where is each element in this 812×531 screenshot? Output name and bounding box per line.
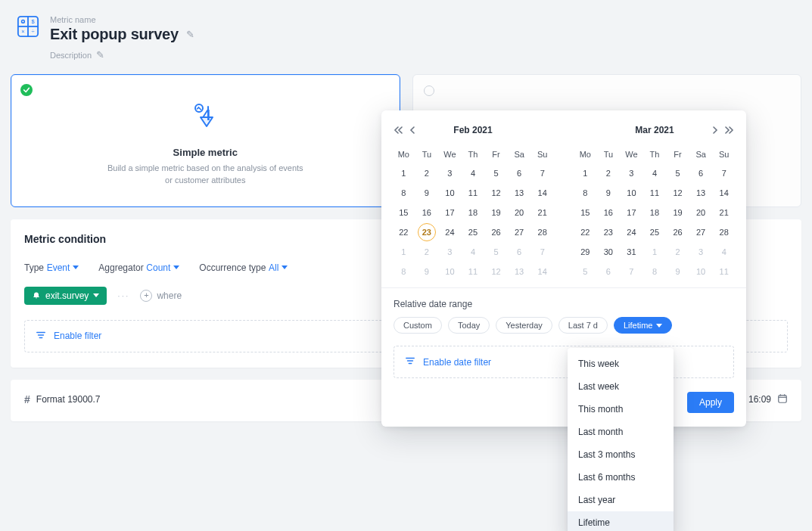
day-cell[interactable]: 2 [599, 164, 618, 182]
day-cell[interactable]: 8 [394, 184, 412, 202]
day-cell[interactable]: 26 [487, 223, 506, 241]
prev-month-button[interactable] [407, 124, 418, 136]
day-cell[interactable]: 11 [464, 184, 482, 202]
apply-button[interactable]: Apply [687, 392, 734, 413]
day-cell[interactable]: 9 [599, 184, 618, 202]
day-cell[interactable]: 14 [534, 184, 552, 202]
day-cell[interactable]: 10 [440, 184, 459, 202]
day-cell[interactable]: 23 [599, 223, 618, 241]
day-cell[interactable]: 11 [646, 184, 664, 202]
day-cell[interactable]: 19 [669, 203, 687, 222]
occurrence-select[interactable]: All [269, 262, 288, 273]
day-cell[interactable]: 21 [534, 203, 552, 222]
day-cell[interactable]: 13 [510, 184, 528, 202]
day-cell[interactable]: 14 [715, 184, 733, 202]
day-cell[interactable]: 15 [394, 203, 412, 222]
day-cell[interactable]: 7 [715, 164, 733, 182]
range-chip-last-7-d[interactable]: Last 7 d [558, 317, 608, 334]
add-where-button[interactable]: + where [140, 290, 182, 302]
day-cell[interactable]: 9 [669, 262, 687, 281]
dropdown-item-last-week[interactable]: Last week [568, 375, 674, 398]
day-cell[interactable]: 22 [576, 223, 594, 241]
day-cell[interactable]: 1 [576, 164, 594, 182]
radio-unchecked-icon[interactable] [424, 85, 434, 96]
day-cell[interactable]: 2 [669, 243, 687, 261]
day-cell[interactable]: 11 [464, 262, 482, 281]
day-cell[interactable]: 10 [692, 262, 710, 281]
day-cell[interactable]: 22 [394, 223, 412, 241]
day-cell[interactable]: 13 [692, 184, 710, 202]
dropdown-item-this-month[interactable]: This month [568, 398, 674, 421]
day-cell[interactable]: 14 [534, 262, 552, 281]
day-cell[interactable]: 12 [487, 184, 506, 202]
day-cell[interactable]: 21 [715, 203, 733, 222]
day-cell[interactable]: 2 [418, 164, 436, 182]
day-cell[interactable]: 12 [669, 184, 687, 202]
day-cell[interactable]: 17 [622, 203, 640, 222]
day-cell[interactable]: 6 [510, 164, 528, 182]
day-cell[interactable]: 1 [394, 243, 412, 261]
day-cell[interactable]: 10 [440, 262, 459, 281]
edit-title-icon[interactable]: ✎ [186, 29, 194, 40]
day-cell[interactable]: 20 [510, 203, 528, 222]
day-cell[interactable]: 25 [646, 223, 664, 241]
day-cell[interactable]: 24 [440, 223, 459, 241]
day-cell[interactable]: 5 [576, 262, 594, 281]
day-cell[interactable]: 8 [576, 184, 594, 202]
day-cell[interactable]: 8 [394, 262, 412, 281]
day-cell[interactable]: 30 [599, 243, 618, 261]
day-cell[interactable]: 26 [669, 223, 687, 241]
day-cell[interactable]: 27 [692, 223, 710, 241]
day-cell[interactable]: 28 [534, 223, 552, 241]
day-cell[interactable]: 6 [510, 243, 528, 261]
day-cell[interactable]: 31 [622, 243, 640, 261]
day-cell[interactable]: 17 [440, 203, 459, 222]
range-chip-custom[interactable]: Custom [394, 317, 442, 334]
day-cell[interactable]: 15 [576, 203, 594, 222]
day-cell[interactable]: 24 [622, 223, 640, 241]
day-cell[interactable]: 3 [622, 164, 640, 182]
edit-description-icon[interactable]: ✎ [96, 49, 104, 61]
card-simple-metric[interactable]: 4 Simple metric Build a simple metric ba… [11, 74, 400, 207]
dropdown-item-last-6-months[interactable]: Last 6 months [568, 466, 674, 489]
next-month-button[interactable] [710, 124, 720, 136]
next-year-button[interactable] [723, 124, 736, 136]
dropdown-item-last-year[interactable]: Last year [568, 489, 674, 511]
day-cell[interactable]: 4 [464, 164, 482, 182]
day-cell[interactable]: 16 [599, 203, 618, 222]
enable-date-filter-box[interactable]: Enable date filter [394, 346, 734, 378]
range-chip-today[interactable]: Today [448, 317, 490, 334]
day-cell[interactable]: 9 [418, 184, 436, 202]
day-cell[interactable]: 29 [576, 243, 594, 261]
day-cell[interactable]: 7 [534, 243, 552, 261]
day-cell[interactable]: 23 [418, 223, 436, 241]
day-cell[interactable]: 5 [669, 164, 687, 182]
day-cell[interactable]: 7 [534, 164, 552, 182]
day-cell[interactable]: 13 [510, 262, 528, 281]
day-cell[interactable]: 3 [440, 164, 459, 182]
day-cell[interactable]: 1 [394, 164, 412, 182]
dropdown-item-lifetime[interactable]: Lifetime [568, 511, 674, 531]
day-cell[interactable]: 3 [692, 243, 710, 261]
day-cell[interactable]: 5 [487, 243, 506, 261]
type-select[interactable]: Event [47, 262, 79, 273]
day-cell[interactable]: 4 [464, 243, 482, 261]
day-cell[interactable]: 6 [692, 164, 710, 182]
day-cell[interactable]: 28 [715, 223, 733, 241]
day-cell[interactable]: 4 [646, 164, 664, 182]
day-cell[interactable]: 4 [715, 243, 733, 261]
day-cell[interactable]: 20 [692, 203, 710, 222]
aggregator-select[interactable]: Count [146, 262, 179, 273]
dropdown-item-this-week[interactable]: This week [568, 352, 674, 375]
day-cell[interactable]: 25 [464, 223, 482, 241]
day-cell[interactable]: 12 [487, 262, 506, 281]
range-chip-yesterday[interactable]: Yesterday [496, 317, 552, 334]
format-control[interactable]: # Format 19000.7 [24, 393, 101, 405]
day-cell[interactable]: 18 [646, 203, 664, 222]
day-cell[interactable]: 18 [464, 203, 482, 222]
day-cell[interactable]: 2 [418, 243, 436, 261]
day-cell[interactable]: 5 [487, 164, 506, 182]
day-cell[interactable]: 8 [646, 262, 664, 281]
day-cell[interactable]: 9 [418, 262, 436, 281]
day-cell[interactable]: 11 [715, 262, 733, 281]
